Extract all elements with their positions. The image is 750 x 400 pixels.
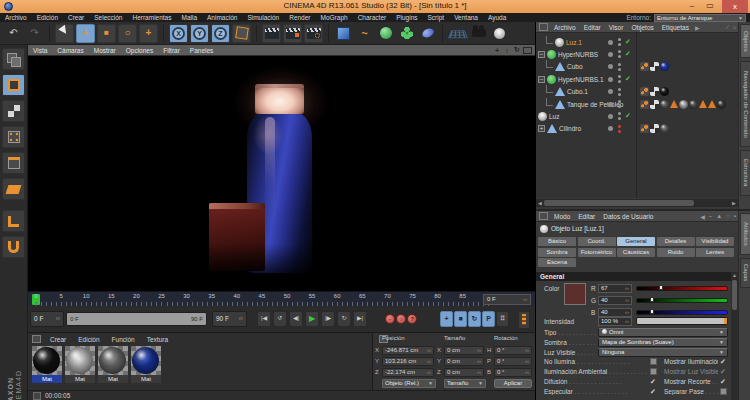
coord-field-y-0[interactable]: 103.216 cm‹› <box>382 357 434 366</box>
menu-character[interactable]: Character <box>353 14 392 21</box>
menu-render[interactable]: Render <box>284 14 315 21</box>
object-manager-hscrollbar[interactable]: ◀ ▶ <box>536 199 738 207</box>
material-tag-icon[interactable] <box>660 62 669 71</box>
rotate-tool-icon[interactable]: ○ <box>118 24 137 43</box>
range-start-grip[interactable]: 0 F <box>67 316 82 322</box>
mostrar-recorte-checkbox[interactable]: ✓ <box>720 378 726 385</box>
editor-render-dots[interactable] <box>618 50 621 58</box>
scroll-right-icon[interactable]: ▶ <box>730 199 738 207</box>
material-menu-funcion[interactable]: Función <box>106 336 141 343</box>
object-row-tanque-de-petroleo[interactable]: Tanque de Petróleo <box>536 98 738 110</box>
viewport-zoom-icon[interactable]: ↕ <box>502 47 512 54</box>
record-keyframe-button[interactable]: · <box>385 314 395 324</box>
viewport-menu-opciones[interactable]: Opciones <box>121 47 158 54</box>
phong-tag-icon[interactable] <box>640 124 649 133</box>
material-preview[interactable] <box>98 346 128 375</box>
viewport-menu-vista[interactable]: Vista <box>28 47 52 54</box>
render-picture-viewer-icon[interactable] <box>283 24 302 43</box>
object-row-luz[interactable]: Luz✓ <box>536 110 738 122</box>
restore-button[interactable]: ▭ <box>704 2 716 11</box>
material-tag-icon[interactable] <box>660 87 669 96</box>
slider-knob[interactable] <box>650 297 654 302</box>
coord-field-b-2[interactable]: 0 °‹› <box>494 368 532 377</box>
texture-mode-icon[interactable] <box>2 100 25 122</box>
attribute-menu-datos-de-usuario[interactable]: Datos de Usuario <box>599 213 657 220</box>
uv-tag-icon[interactable] <box>650 87 659 96</box>
tab-coord[interactable]: Coord. <box>578 237 616 246</box>
coord-field-y-1[interactable]: 0 cm‹› <box>444 357 484 366</box>
add-array-icon[interactable] <box>397 24 416 43</box>
redo-icon[interactable]: ↷ <box>25 24 44 43</box>
iluminacion-ambiental-checkbox[interactable] <box>650 368 657 375</box>
position-mode-dropdown[interactable]: Objeto (Rel.)▼ <box>382 379 436 388</box>
expander-icon[interactable]: – <box>538 76 545 83</box>
object-row-hypernurbs-1[interactable]: –HyperNURBS.1✓ <box>536 73 738 85</box>
side-tab-navegador-de-contenido[interactable]: Navegador de Contenido <box>740 61 750 147</box>
sombra-dropdown[interactable]: Mapa de Sombras (Suave)▼ <box>598 338 728 347</box>
coord-field-x-0[interactable]: -246.871 cm‹› <box>382 346 434 355</box>
menu-seleccion[interactable]: Selección <box>89 14 127 21</box>
coord-field-h-2[interactable]: 0 °‹› <box>494 346 532 355</box>
especular-checkbox[interactable]: ✓ <box>650 388 656 395</box>
menu-overflow-icon[interactable]: ▶ <box>693 24 702 31</box>
tab-detalles[interactable]: Detalles <box>657 237 695 246</box>
menu-archivo[interactable]: Archivo <box>0 14 32 21</box>
viewport[interactable]: VistaCámarasMostrarOpcionesFiltrarPanele… <box>28 45 535 291</box>
material-item-4[interactable]: Mat <box>131 346 161 383</box>
scene-bottle-cap[interactable] <box>255 84 304 114</box>
expander-icon[interactable]: – <box>538 51 545 58</box>
channel-value-g[interactable]: 40‹› <box>598 296 632 305</box>
live-selection-icon[interactable] <box>55 24 74 43</box>
viewport-canvas[interactable] <box>28 56 535 291</box>
add-metaball-icon[interactable] <box>418 24 437 43</box>
material-preview[interactable] <box>131 346 161 375</box>
viewport-pan-icon[interactable]: + <box>492 47 502 54</box>
panel-icon[interactable] <box>539 212 548 220</box>
menu-animacion[interactable]: Animación <box>202 14 242 21</box>
scroll-left-icon[interactable]: ◀ <box>536 199 544 207</box>
curve-icon[interactable]: ~ <box>707 213 715 219</box>
attribute-menu-modo[interactable]: Modo <box>550 213 574 220</box>
current-frame-field[interactable]: 0 F‹› <box>483 294 531 305</box>
viewport-rotate-icon[interactable]: ↻ <box>512 46 522 54</box>
object-row-cilindro[interactable]: +Cilindro <box>536 123 738 135</box>
uv-tag-icon[interactable] <box>650 124 659 133</box>
loop-button[interactable]: ↻ <box>337 311 351 327</box>
tri-tag-icon[interactable] <box>670 100 678 108</box>
attribute-menu-editar[interactable]: Editar <box>574 213 599 220</box>
object-row-luz-1[interactable]: Luz.1✓ <box>536 36 738 48</box>
add-spline-icon[interactable]: ~ <box>355 24 374 43</box>
coord-field-z-1[interactable]: 0 cm‹› <box>444 368 484 377</box>
editor-render-dots[interactable] <box>618 63 621 71</box>
object-menu-visor[interactable]: Visor <box>605 24 628 31</box>
mostrar-iluminacion-checkbox[interactable]: ✓ <box>720 358 726 365</box>
last-tool-icon[interactable]: + <box>139 24 158 43</box>
make-editable-icon[interactable] <box>2 48 25 70</box>
viewport-menu-paneles[interactable]: Paneles <box>185 47 219 54</box>
tab-lentes[interactable]: Lentes <box>696 248 734 257</box>
keyframe-bar-icon[interactable] <box>518 311 530 329</box>
minimize-button[interactable]: – <box>686 2 698 11</box>
viewport-menu-camaras[interactable]: Cámaras <box>52 47 88 54</box>
intensity-field[interactable]: 100 %‹› <box>598 317 632 326</box>
editor-render-dots[interactable] <box>618 38 621 46</box>
material-menu-crear[interactable]: Crear <box>44 336 72 343</box>
points-mode-icon[interactable] <box>2 126 25 148</box>
key-parameter-button[interactable]: P <box>482 311 495 327</box>
model-mode-icon[interactable] <box>2 74 25 96</box>
menu-ventana[interactable]: Ventana <box>449 14 483 21</box>
enabled-check-icon[interactable]: ✓ <box>625 50 631 58</box>
no-ilumina-checkbox[interactable] <box>650 358 657 365</box>
goto-start-button[interactable]: |◀ <box>257 311 271 327</box>
editor-render-dots[interactable] <box>618 125 621 133</box>
key-points-button[interactable]: ⠿ <box>496 311 509 327</box>
tab-causticas[interactable]: Cáusticas <box>617 248 655 257</box>
search-icon[interactable]: ○ <box>724 213 732 219</box>
tab-escena[interactable]: Escena <box>538 258 576 267</box>
render-settings-icon[interactable] <box>304 24 323 43</box>
move-tool-icon[interactable]: + <box>76 24 95 43</box>
panel-icon[interactable] <box>32 335 41 343</box>
coord-field-x-1[interactable]: 0 cm‹› <box>444 346 484 355</box>
menu-malla[interactable]: Malla <box>176 14 202 21</box>
material-tag-icon[interactable] <box>660 100 669 109</box>
